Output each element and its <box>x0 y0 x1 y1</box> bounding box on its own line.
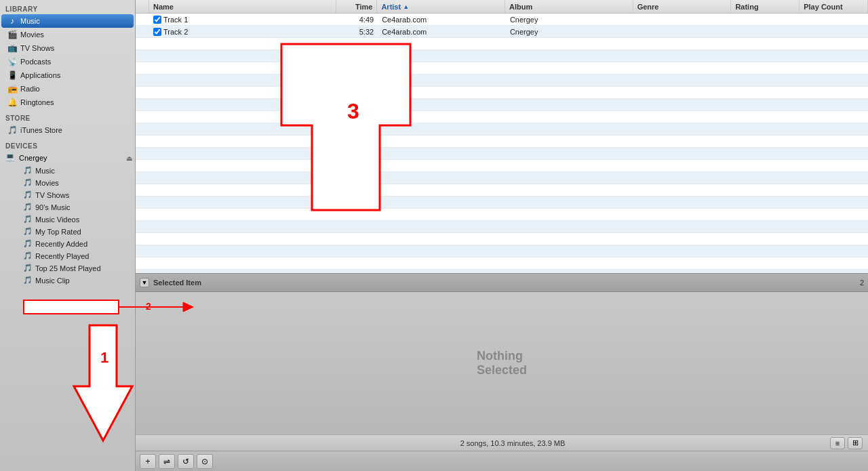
label-device-toprated: My Top Rated <box>35 228 81 236</box>
icon-movies: 🎬 <box>7 29 18 40</box>
empty-track-row-11 <box>136 148 868 160</box>
icon-device-musicvideos: 🎵 <box>23 215 33 224</box>
label-applications: Applications <box>20 71 60 79</box>
empty-track-row-16 <box>136 209 868 221</box>
empty-track-row-2 <box>136 38 868 50</box>
icon-device-musicclip: 🎵 <box>23 276 33 285</box>
col-header-playcount[interactable]: Play Count <box>800 0 868 13</box>
device-item-device-tv[interactable]: 🎵TV Shows <box>9 189 134 201</box>
selected-item-toggle[interactable]: ▼ <box>140 278 149 287</box>
track-cell-artist-1: Ce4arab.com <box>378 26 506 37</box>
icon-device-top25: 🎵 <box>23 264 33 273</box>
icon-device-tv: 🎵 <box>23 190 33 200</box>
track-cell-rating-0 <box>732 14 800 25</box>
track-cell-time-1: 5:32 <box>337 26 378 37</box>
device-item-device-top25[interactable]: 🎵Top 25 Most Played <box>9 262 134 274</box>
device-item-device-musicclip[interactable]: 🎵Music Clip <box>9 274 134 287</box>
view-grid-btn[interactable]: ⊞ <box>848 437 863 449</box>
sidebar: LIBRARY ♪Music🎬Movies📺TV Shows📡Podcasts📱… <box>0 0 136 471</box>
col-header-genre[interactable]: Genre <box>633 0 732 13</box>
selected-item-bar: ▼ Selected Item 2 <box>136 273 868 292</box>
icon-applications: 📱 <box>7 70 18 81</box>
nothing-selected-text: NothingSelected <box>477 349 527 377</box>
icon-tv-shows: 📺 <box>7 43 18 54</box>
device-item-device-recentlyplayed[interactable]: 🎵Recently Played <box>9 250 134 262</box>
sidebar-item-ringtones[interactable]: 🔔Ringtones <box>1 96 134 109</box>
view-list-btn[interactable]: ≡ <box>830 437 845 449</box>
label-device-90s: 90's Music <box>35 203 71 211</box>
col-header-album[interactable]: Album <box>505 0 633 13</box>
empty-track-row-14 <box>136 184 868 197</box>
col-header-name[interactable]: Name <box>149 0 336 13</box>
col-header-artist[interactable]: Artist▲ <box>377 0 505 13</box>
device-icon: 💻 <box>5 152 16 163</box>
sidebar-item-radio[interactable]: 📻Radio <box>1 82 134 96</box>
device-item-device-musicvideos[interactable]: 🎵Music Videos <box>9 213 134 226</box>
sidebar-item-movies[interactable]: 🎬Movies <box>1 28 134 41</box>
sidebar-item-itunes-store[interactable]: 🎵iTunes Store <box>1 123 134 137</box>
eject-icon[interactable]: ⏏ <box>126 155 132 162</box>
sidebar-scroll-area: LIBRARY ♪Music🎬Movies📺TV Shows📡Podcasts📱… <box>0 0 135 471</box>
empty-track-row-10 <box>136 136 868 148</box>
shuffle-button[interactable]: ⇌ <box>159 454 175 469</box>
label-device-musicvideos: Music Videos <box>35 216 79 224</box>
track-cell-name-0: Track 1 <box>149 14 337 25</box>
sidebar-item-music[interactable]: ♪Music <box>1 14 134 28</box>
repeat-button[interactable]: ↺ <box>178 454 194 469</box>
label-device-top25: Top 25 Most Played <box>35 264 101 272</box>
icon-device-toprated: 🎵 <box>23 227 33 237</box>
track-checkbox-1[interactable] <box>153 28 161 36</box>
track-cell-genre-0 <box>634 14 732 25</box>
add-button[interactable]: + <box>140 454 156 469</box>
store-items: 🎵iTunes Store <box>0 123 135 137</box>
empty-track-row-19 <box>136 245 868 258</box>
label-podcasts: Podcasts <box>20 58 51 66</box>
sidebar-item-applications[interactable]: 📱Applications <box>1 68 134 82</box>
icon-device-recentlyplayed: 🎵 <box>23 251 33 261</box>
track-cell-album-1: Cnergey <box>506 26 634 37</box>
store-header: STORE <box>0 109 135 123</box>
track-num-0 <box>136 14 149 25</box>
icon-music: ♪ <box>7 16 18 26</box>
track-list[interactable]: Track 14:49Ce4arab.comCnergeyTrack 25:32… <box>136 14 868 273</box>
sync-button[interactable]: ⊙ <box>197 454 213 469</box>
label-ringtones: Ringtones <box>20 98 54 106</box>
library-header: LIBRARY <box>0 0 135 14</box>
label-music: Music <box>20 17 40 25</box>
sidebar-item-podcasts[interactable]: 📡Podcasts <box>1 55 134 68</box>
selected-item-label: Selected Item <box>153 279 857 287</box>
track-checkbox-0[interactable] <box>153 16 161 24</box>
track-row-1[interactable]: Track 25:32Ce4arab.comCnergey <box>136 26 868 38</box>
devices-section-header: DEVICES <box>0 137 135 151</box>
device-item-device-music[interactable]: 🎵Music <box>9 165 134 177</box>
device-name-label: Cnergey <box>19 154 47 162</box>
sidebar-item-tv-shows[interactable]: 📺TV Shows <box>1 41 134 55</box>
label-radio: Radio <box>20 85 40 93</box>
track-cell-playcount-0 <box>800 14 868 25</box>
track-cell-time-0: 4:49 <box>337 14 378 25</box>
right-panel: NameTimeArtist▲AlbumGenreRatingPlay Coun… <box>136 0 868 471</box>
device-item-device-toprated[interactable]: 🎵My Top Rated <box>9 226 134 238</box>
label-itunes-store: iTunes Store <box>20 126 62 134</box>
icon-itunes-store: 🎵 <box>7 125 18 136</box>
col-header-rating[interactable]: Rating <box>731 0 800 13</box>
label-device-tv: TV Shows <box>35 191 69 199</box>
empty-track-row-13 <box>136 172 868 184</box>
icon-podcasts: 📡 <box>7 56 18 67</box>
icon-device-movies: 🎵 <box>23 178 33 188</box>
device-item-device-90s[interactable]: 🎵90's Music <box>9 201 134 213</box>
device-item-device-movies[interactable]: 🎵Movies <box>9 177 134 189</box>
empty-track-row-12 <box>136 160 868 172</box>
track-row-0[interactable]: Track 14:49Ce4arab.comCnergey <box>136 14 868 26</box>
status-controls: ≡ ⊞ <box>830 437 863 449</box>
devices-header-text: DEVICES <box>5 142 37 150</box>
library-items: ♪Music🎬Movies📺TV Shows📡Podcasts📱Applicat… <box>0 14 135 109</box>
track-cell-album-0: Cnergey <box>506 14 634 25</box>
app-container: LIBRARY ♪Music🎬Movies📺TV Shows📡Podcasts📱… <box>0 0 868 471</box>
device-root[interactable]: 💻 Cnergey ⏏ <box>0 151 135 165</box>
empty-track-row-6 <box>136 87 868 99</box>
empty-track-row-3 <box>136 50 868 62</box>
label-device-music: Music <box>35 167 55 175</box>
device-item-device-recentlyadded[interactable]: 🎵Recently Added <box>9 238 134 250</box>
col-header-time[interactable]: Time <box>336 0 377 13</box>
